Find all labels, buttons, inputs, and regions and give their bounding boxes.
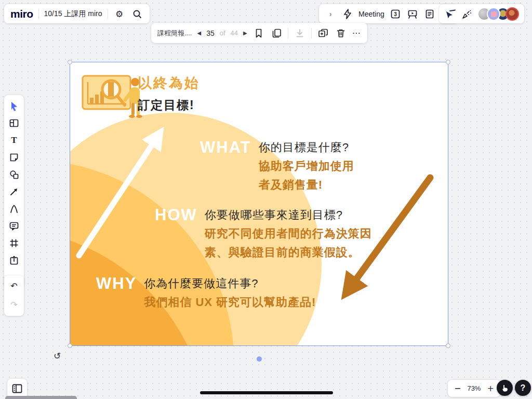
current-page: 35 [206, 29, 215, 37]
divider [38, 9, 39, 19]
timer-3-icon[interactable]: 3 [389, 8, 402, 20]
sticky-note-tool[interactable] [6, 151, 22, 164]
help-question-mark: ? [521, 383, 526, 393]
why-answer-line1: 我們相信 UX 研究可以幫助產品! [144, 293, 316, 312]
why-label: WHY [96, 275, 137, 291]
hand-pointer-icon [501, 384, 509, 392]
frame-tool[interactable] [6, 236, 22, 250]
zoom-controls: − 73% + [448, 380, 500, 397]
help-button[interactable]: ? [515, 380, 531, 396]
tool-palette: T » [4, 95, 24, 288]
meeting-bolt-icon[interactable] [341, 8, 354, 20]
of-label: of [220, 29, 225, 37]
next-slide-button[interactable]: ▶ [243, 30, 247, 36]
collaborator-avatars [477, 7, 519, 21]
how-question: 你要做哪些事來達到目標? [205, 206, 372, 224]
meeting-bar: › Meeting 3 [319, 4, 458, 23]
more-options-button[interactable]: ⋯ [352, 28, 361, 38]
bottom-bar-pill [5, 396, 77, 399]
board-title[interactable]: 10/15 上課用 miro [44, 9, 102, 19]
resize-handle-top-right[interactable] [446, 60, 450, 64]
miro-logo[interactable]: miro [10, 8, 33, 20]
what-answer-line1: 協助客戶增加使用 [259, 157, 354, 176]
slide-title: 以終為始 [138, 74, 200, 92]
comment-tool[interactable] [6, 219, 22, 233]
resize-handle-bottom-left[interactable] [68, 343, 72, 348]
download-icon[interactable] [294, 27, 306, 39]
rotate-handle-icon[interactable]: ↺ [54, 351, 61, 361]
how-answer-line2: 素、與驗證目前的商業假設。 [205, 243, 372, 262]
presentation-easel-icon[interactable] [406, 8, 419, 20]
divider [311, 28, 312, 38]
zoom-level[interactable]: 73% [467, 384, 481, 392]
text-tool[interactable]: T [6, 134, 22, 147]
what-row: WHAT 你的目標是什麼? 協助客戶增加使用 者及銷售量! [200, 138, 354, 194]
follow-cursor-icon[interactable] [444, 8, 457, 20]
what-label: WHAT [200, 139, 251, 155]
why-question: 你為什麼要做這件事? [144, 274, 316, 293]
avatar-self[interactable] [506, 7, 519, 21]
avatar[interactable] [487, 7, 500, 21]
slide-nav-toolbar: 課程簡報.... ◀ 35 of 44 ▶ ⋯ [151, 23, 367, 43]
slide-frame[interactable]: 以終為始 訂定目標! WHAT 你的目標是什麼? 協助客戶增加使用 者及銷售量!… [70, 62, 448, 345]
slide-content[interactable]: 以終為始 訂定目標! WHAT 你的目標是什麼? 協助客戶增加使用 者及銷售量!… [70, 62, 448, 345]
what-question: 你的目標是什麼? [259, 138, 354, 157]
app-bar: miro 10/15 上課用 miro ⚙ [4, 4, 150, 23]
undo-button[interactable]: ↶ [6, 280, 22, 293]
zoom-in-button[interactable]: + [487, 384, 494, 393]
home-indicator-bar [200, 391, 333, 394]
svg-text:3: 3 [394, 11, 397, 17]
frames-list-icon [11, 383, 23, 394]
divider [108, 9, 108, 19]
reactions-party-icon[interactable] [461, 8, 473, 20]
shapes-tool[interactable] [6, 168, 22, 181]
how-row: HOW 你要做哪些事來達到目標? 研究不同使用者間的行為決策因 素、與驗證目前的… [155, 206, 372, 262]
trash-icon[interactable] [335, 27, 347, 39]
collaborator-presence-dot [257, 356, 262, 362]
presence-bar [439, 4, 524, 23]
duplicate-icon[interactable] [317, 27, 329, 39]
select-cursor-tool[interactable] [6, 99, 22, 113]
connector-arrow-tool[interactable] [6, 185, 22, 198]
slide-subtitle: 訂定目標! [138, 97, 200, 113]
feedback-hand-button[interactable] [497, 380, 513, 396]
how-label: HOW [155, 207, 197, 223]
pen-tool[interactable] [6, 202, 22, 216]
settings-gear-icon[interactable]: ⚙ [113, 8, 126, 20]
slide-title-block: 以終為始 訂定目標! [138, 74, 200, 113]
what-answer-line2: 者及銷售量! [259, 176, 354, 194]
white-up-arrow [79, 138, 156, 256]
undo-redo-panel: ↶ ↷ [4, 275, 24, 316]
redo-button[interactable]: ↷ [6, 298, 22, 312]
miro-board-canvas[interactable]: miro 10/15 上課用 miro ⚙ › Meeting 3 [0, 0, 532, 399]
bookmark-icon[interactable] [252, 27, 265, 39]
upload-tool[interactable] [6, 254, 22, 267]
resize-handle-bottom-right[interactable] [446, 343, 450, 348]
pages-icon[interactable] [270, 27, 283, 39]
meeting-label[interactable]: Meeting [358, 10, 384, 18]
prev-slide-button[interactable]: ◀ [197, 30, 201, 36]
total-pages: 44 [231, 29, 238, 37]
collapse-chevron-icon[interactable]: › [324, 8, 337, 20]
divider [288, 28, 288, 38]
how-answer-line1: 研究不同使用者間的行為決策因 [205, 224, 372, 243]
chart-analysis-illustration [82, 69, 146, 127]
search-icon[interactable] [131, 8, 143, 20]
why-row: WHY 你為什麼要做這件事? 我們相信 UX 研究可以幫助產品! [96, 274, 316, 312]
templates-tool[interactable] [6, 116, 22, 130]
deck-title[interactable]: 課程簡報.... [157, 29, 192, 38]
notes-doc-icon[interactable] [423, 8, 436, 20]
resize-handle-top-left[interactable] [68, 60, 72, 64]
zoom-out-button[interactable]: − [454, 384, 461, 393]
